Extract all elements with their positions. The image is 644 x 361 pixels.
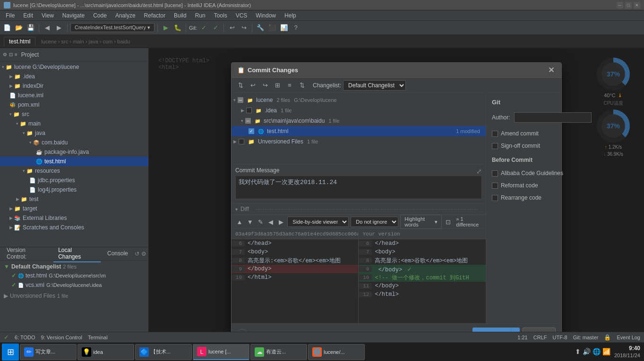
expand-msg-btn[interactable]: ⤢ [476,168,482,175]
menu-code[interactable]: Code [89,11,111,20]
menu-build[interactable]: Build [170,11,190,20]
tree-item-test[interactable]: ▶ 📁 test [0,194,148,204]
tree-item-src[interactable]: ▾ 📁 src [0,109,148,119]
sidebar-gear-icon[interactable]: ⚙ [3,52,7,57]
terminal-label[interactable]: Terminal [88,335,108,340]
menu-refactor[interactable]: Refactor [140,11,169,20]
unversioned-row[interactable]: ▶ Unversioned Files 1 file [4,292,145,300]
dialog-toolbar-grid[interactable]: ⊞ [272,80,283,91]
encoding[interactable]: UTF-8 [552,335,567,340]
tree-item-jdbc[interactable]: 📄 jdbc.properties [0,176,148,185]
vc-refresh-btn[interactable]: ↺ [135,251,139,257]
diff-right-btn[interactable]: ▶ [277,217,285,227]
taskbar-item-youdao[interactable]: ☁ 有道云... [250,344,307,360]
commit-dropdown-btn[interactable]: ▾ [511,327,520,332]
taskbar-item-write[interactable]: ✏ 写文章... [20,344,77,360]
tree-item-test-html[interactable]: 🌐 test.html [0,157,148,166]
menu-navigate[interactable]: Navigate [59,11,88,20]
event-log[interactable]: Event Log [617,335,640,340]
menu-tools[interactable]: Tools [210,11,231,20]
amend-commit-label[interactable]: Amend commit [501,130,539,137]
tab-test-html[interactable]: test.html [4,37,35,46]
open-btn[interactable]: 📂 [14,23,24,33]
commit-button[interactable]: Commit [472,327,510,332]
author-input[interactable] [514,112,592,123]
dialog-close-btn[interactable]: ✕ [546,66,556,75]
tree-item-target[interactable]: ▶ 📁 target [0,204,148,213]
tree-item-package-info[interactable]: ☕ package-info.java [0,147,148,157]
checkbox-test-html[interactable]: ✓ [249,128,254,134]
menu-run[interactable]: Run [191,11,209,20]
alibaba-label[interactable]: Alibaba Code Guidelines [501,170,563,176]
tree-item-java[interactable]: ▾ 📁 java [0,128,148,138]
file-tree-unversioned[interactable]: ▶ 📁 Unversioned Files 1 file [232,136,486,147]
diff-edit-btn[interactable]: ✎ [256,217,265,227]
extra-btn[interactable]: 📊 [279,23,289,33]
dialog-toolbar-list[interactable]: ≡ [284,80,295,91]
changelist-dropdown[interactable]: Default Changelist [343,80,406,91]
save-btn[interactable]: 💾 [26,23,36,33]
git-btn-2[interactable]: ✓ [210,23,221,33]
tree-item-resources[interactable]: ▾ 📁 resources [0,166,148,176]
vc-file-vcs-xml[interactable]: ✓ 📄 vcs.xml G:\Develop\lucene\.idea [4,280,145,290]
maximize-btn[interactable]: □ [625,2,632,8]
start-button[interactable]: ⊞ [2,344,19,361]
file-tree-test-html[interactable]: ✓ 🌐 test.html 1 modified [232,126,486,136]
crlf[interactable]: CRLF [533,335,547,340]
reformat-checkbox[interactable] [492,183,498,189]
undo-btn[interactable]: ↩ [227,23,237,33]
sign-off-checkbox[interactable] [492,143,498,149]
diff-layout-btn[interactable]: ⊡ [444,217,452,227]
help-button[interactable]: ? [237,329,248,332]
taskbar-item-lucene[interactable]: L lucene [... [193,344,249,360]
diff-next-btn[interactable]: ▼ [246,217,254,227]
new-btn[interactable]: 📄 [2,23,12,33]
close-btn[interactable]: ✕ [634,2,640,8]
tree-item-indexdir[interactable]: ▶ 📁 indexDir [0,81,148,91]
sidebar-settings-icon[interactable]: ≡ [15,52,17,57]
menu-window[interactable]: Window [252,11,280,20]
diff-ignore-select[interactable]: Do not ignore [351,217,398,227]
rearrange-checkbox[interactable] [492,195,498,201]
tab-console[interactable]: Console [103,249,133,259]
checkbox-unversioned[interactable] [239,139,244,144]
debug-btn[interactable]: 🐛 [172,23,183,33]
cancel-button[interactable]: Cancel [523,327,556,332]
tree-item-external-libs[interactable]: ▶ 📚 External Libraries [0,213,148,223]
tree-item-lucene[interactable]: ▾ 📁 lucene G:\Develop\lucene [0,62,148,72]
git-check-btn[interactable]: ✓ [198,23,209,33]
tab-version-control[interactable]: Version Control: [2,245,52,262]
tree-item-scratches[interactable]: ▶ 📝 Scratches and Consoles [0,223,148,232]
taskbar-item-tech[interactable]: 🔷 【技术... [135,344,192,360]
tree-item-combaidu[interactable]: ▾ 📦 com.baidu [0,138,148,147]
taskbar-item-lucene2[interactable]: 🌐 lucene/... [308,344,365,360]
tree-item-pom[interactable]: 🐝 pom.xml [0,100,148,109]
dialog-toolbar-undo[interactable]: ↩ [248,80,258,91]
amend-commit-checkbox[interactable] [492,131,498,137]
sign-off-label[interactable]: Sign-off commit [501,143,540,149]
reformat-label[interactable]: Reformat code [501,182,538,189]
checkbox-lucene[interactable]: ─ [238,97,243,103]
highlight-words-btn[interactable]: Highlight words ▾ [400,215,442,229]
diff-collapse-btn[interactable]: ▾ [235,207,238,212]
back-btn[interactable]: ◀ [42,23,52,33]
sidebar-layout-icon[interactable]: ⊡ [9,52,13,57]
menu-edit[interactable]: Edit [19,11,37,20]
vc-status-label[interactable]: 9: Version Control [41,335,82,340]
dialog-toolbar-sort[interactable]: ⇅ [297,80,307,91]
menu-analyze[interactable]: Analyze [112,11,139,20]
forward-btn[interactable]: ▶ [54,23,64,33]
rearrange-label[interactable]: Rearrange code [501,194,541,201]
vc-file-test-html[interactable]: ✓ 🌐 test.html G:\Develop\lucene\src\m [4,271,145,280]
file-tree-lucene[interactable]: ▾ ─ 📁 lucene 2 files G:\Develop\lucene [232,95,486,105]
menu-help[interactable]: Help [281,11,300,20]
diff-left-btn[interactable]: ◀ [266,217,275,227]
diff-viewer-select[interactable]: Side-by-side viewer [287,217,349,227]
dialog-toolbar-swap[interactable]: ⇅ [235,80,246,91]
taskbar-item-idea[interactable]: 💡 idea [77,344,134,360]
help-btn[interactable]: ? [291,23,301,33]
tree-item-iml[interactable]: 📄 lucene.iml [0,91,148,100]
run-btn[interactable]: ▶ [161,23,171,33]
redo-btn[interactable]: ↪ [239,23,249,33]
branch-status[interactable]: Git: master [573,335,599,340]
